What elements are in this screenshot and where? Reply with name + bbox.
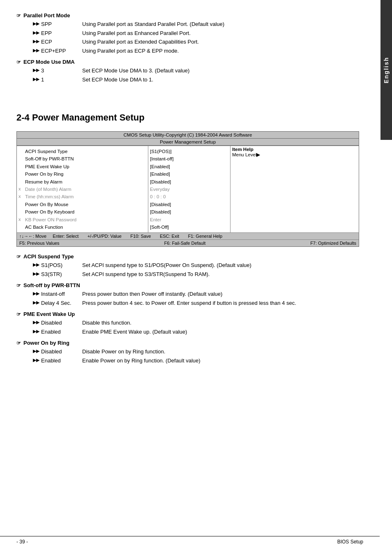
bios-val-date: Everyday [150, 186, 228, 193]
acpi-header: ☞ ACPI Suspend Type [16, 253, 359, 260]
bios-val-acpi: [S1(POS)] [150, 148, 228, 155]
bullet-arrow-icon: ▶▶ [33, 47, 39, 54]
bios-footer: ↑↓→←: Move Enter: Select +/-/PU/PD: Valu… [17, 232, 359, 239]
bios-row-mouse[interactable]: Power On By Mouse [18, 201, 146, 208]
pme-section: ☞ PME Event Wake Up ▶▶ Disabled Disable … [16, 311, 359, 336]
bios-title-1: CMOS Setup Utility-Copyright (C) 1984-20… [17, 132, 359, 139]
row-x: x [18, 193, 23, 200]
epp-label: ▶▶ EPP [33, 29, 82, 37]
row-name: KB Power ON Password [23, 216, 97, 223]
row-name: Power On By Mouse [23, 201, 97, 208]
side-tab: English [380, 0, 392, 140]
bios-row-ac-back[interactable]: AC Back Function [18, 223, 146, 231]
delay4-label: ▶▶ Delay 4 Sec. [33, 299, 82, 307]
footer-f10: F10: Save [130, 234, 151, 239]
poweron-title: Power On by Ring [23, 340, 69, 346]
ecp-dma-items: ▶▶ 3 Set ECP Mode Use DMA to 3. (Default… [33, 67, 359, 84]
bullet-arrow-icon: ▶▶ [33, 270, 39, 277]
bottom-bar: - 39 - BIOS Setup [0, 536, 380, 545]
row-name: Date (of Month) Alarm [23, 186, 97, 193]
s1pos-label: ▶▶ S1(POS) [33, 261, 82, 269]
section-arrow-icon: ☞ [16, 254, 21, 260]
bullet-arrow-icon: ▶▶ [33, 20, 39, 27]
bios-left-col: ACPI Suspend Type Soft-Off by PWR-BTTN P… [17, 146, 148, 232]
row-x [18, 163, 23, 170]
row-x [18, 208, 23, 216]
poweron-disabled-label: ▶▶ Disabled [33, 348, 82, 356]
list-item: ▶▶ Disabled Disable Power on by Ring fun… [33, 348, 359, 356]
footer-value: +/-/PU/PD: Value [88, 234, 122, 239]
row-name: Power On By Keyboard [23, 208, 97, 216]
pme-enabled-label: ▶▶ Enabled [33, 328, 82, 336]
poweron-enabled-label: ▶▶ Enabled [33, 357, 82, 365]
bullet-arrow-icon: ▶▶ [33, 319, 39, 326]
parallel-port-section: ☞ Parallel Port Mode ▶▶ SPP Using Parall… [16, 12, 359, 55]
pme-header: ☞ PME Event Wake Up [16, 311, 359, 317]
bullet-arrow-icon: ▶▶ [33, 328, 39, 335]
bios-row-keyboard[interactable]: Power On By Keyboard [18, 208, 146, 216]
section-arrow-icon: ☞ [16, 311, 21, 317]
poweron-section: ☞ Power On by Ring ▶▶ Disabled Disable P… [16, 340, 359, 364]
spp-desc: Using Parallel port as Standard Parallel… [82, 20, 359, 28]
row-name: ACPI Suspend Type [23, 148, 97, 155]
section-arrow-icon: ☞ [16, 340, 21, 346]
footer-move: ↑↓→←: Move [19, 234, 46, 239]
bios-row-softoff[interactable]: Soft-Off by PWR-BTTN [18, 155, 146, 162]
bullet-arrow-icon: ▶▶ [33, 67, 39, 74]
poweron-enabled-desc: Enable Power on by Ring function. (Defau… [82, 357, 359, 365]
bios-row-date: x Date (of Month) Alarm [18, 186, 146, 193]
list-item: ▶▶ Disabled Disable this function. [33, 319, 359, 327]
bios-val-mouse: [Disabled] [150, 201, 228, 208]
footer-esc: ESC: Exit [160, 234, 179, 239]
row-name: Power On by Ring [23, 170, 97, 178]
bios-row-pme[interactable]: PME Event Wake Up [18, 163, 146, 170]
list-item: ▶▶ ECP Using Parallel port as Extended C… [33, 38, 359, 46]
bios-center-col: [S1(POS)] [Instant-off] [Enabled] [Enabl… [148, 146, 231, 232]
bios-title-2: Power Management Setup [17, 139, 359, 146]
list-item: ▶▶ Instant-off Press power button then P… [33, 290, 359, 298]
ecp-dma-title: ECP Mode Use DMA [23, 59, 75, 65]
bios-val-pme: [Enabled] [150, 163, 228, 170]
acpi-section: ☞ ACPI Suspend Type ▶▶ S1(POS) Set ACPI … [16, 253, 359, 278]
bios-row-acpi[interactable]: ACPI Suspend Type [18, 148, 146, 155]
bios-row-resume[interactable]: Resume by Alarm [18, 178, 146, 186]
bios-val-softoff: [Instant-off] [150, 155, 228, 162]
softoff-section: ☞ Soft-off by PWR-BTTN ▶▶ Instant-off Pr… [16, 282, 359, 307]
section-2-4-title: 2-4 Power Management Setup [16, 112, 359, 123]
bios-row-poweron-ring[interactable]: Power On by Ring [18, 170, 146, 178]
spp-label: ▶▶ SPP [33, 20, 82, 28]
list-item: ▶▶ 1 Set ECP Mode Use DMA to 1. [33, 76, 359, 84]
ecp-label: ▶▶ ECP [33, 38, 82, 46]
dma1-desc: Set ECP Mode Use DMA to 1. [82, 76, 359, 84]
s3str-label: ▶▶ S3(STR) [33, 270, 82, 278]
footer-f5: F5: Previous Values [19, 241, 60, 246]
bios-values: [S1(POS)] [Instant-off] [Enabled] [Enabl… [150, 147, 228, 232]
list-item: ▶▶ Enabled Enable PME Event Wake up. (De… [33, 328, 359, 336]
ecp-epp-desc: Using Parallel port as ECP & EPP mode. [82, 47, 359, 55]
poweron-items: ▶▶ Disabled Disable Power on by Ring fun… [33, 348, 359, 364]
section-arrow-icon: ☞ [16, 13, 21, 19]
row-name: Time (hh:mm:ss) Alarm [23, 193, 97, 200]
bios-entries: ACPI Suspend Type Soft-Off by PWR-BTTN P… [18, 147, 146, 232]
parallel-port-title: Parallel Port Mode [23, 12, 70, 19]
row-x [18, 155, 23, 162]
list-item: ▶▶ SPP Using Parallel port as Standard P… [33, 20, 359, 28]
acpi-title: ACPI Suspend Type [23, 253, 74, 260]
bios-row-time: x Time (hh:mm:ss) Alarm [18, 193, 146, 200]
list-item: ▶▶ S1(POS) Set ACPI suspend type to S1/P… [33, 261, 359, 269]
list-item: ▶▶ 3 Set ECP Mode Use DMA to 3. (Default… [33, 67, 359, 75]
bios-help-content: Menu Level▶ [232, 152, 357, 158]
bios-table-body: ACPI Suspend Type Soft-Off by PWR-BTTN P… [17, 146, 359, 232]
bios-right-col: Item Help Menu Level▶ [231, 146, 359, 232]
instant-off-label: ▶▶ Instant-off [33, 290, 82, 298]
bullet-arrow-icon: ▶▶ [33, 38, 39, 45]
list-item: ▶▶ ECP+EPP Using Parallel port as ECP & … [33, 47, 359, 55]
softoff-title: Soft-off by PWR-BTTN [23, 282, 80, 288]
ecp-desc: Using Parallel port as Extended Capabili… [82, 38, 359, 46]
bullet-arrow-icon: ▶▶ [33, 76, 39, 83]
list-item: ▶▶ S3(STR) Set ACPI suspend type to S3/S… [33, 270, 359, 278]
list-item: ▶▶ Delay 4 Sec. Press power button 4 sec… [33, 299, 359, 307]
pme-title: PME Event Wake Up [23, 311, 75, 317]
row-name: Resume by Alarm [23, 178, 97, 186]
row-name: PME Event Wake Up [23, 163, 97, 170]
